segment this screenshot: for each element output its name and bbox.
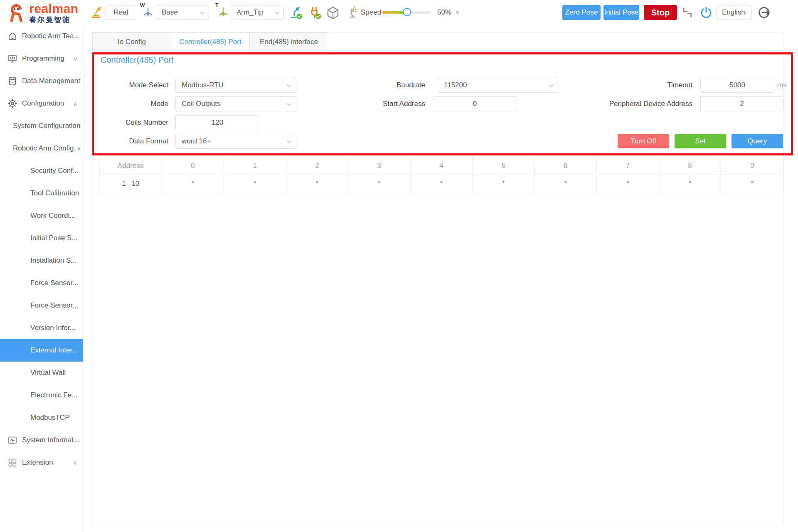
zero-pose-button[interactable]: Zero Pose (562, 5, 601, 20)
speed-icon (346, 5, 360, 20)
programming-icon (7, 54, 17, 64)
sidebar-item-virtual-wall[interactable]: Virtual Wall (0, 362, 83, 384)
stop-button[interactable]: Stop (644, 5, 677, 20)
plug-connected-status-icon[interactable] (308, 5, 322, 20)
timeout-input[interactable]: 5000 (700, 78, 774, 93)
sidebar-item-security-conf[interactable]: Security Conf... (0, 160, 83, 182)
joint-jog-icon[interactable] (682, 7, 696, 21)
tab-controller-485-port[interactable]: Controller(485) Port (171, 32, 250, 51)
sidebar-item-label: System Informat... (22, 436, 79, 444)
sidebar-item-configuration[interactable]: Configuration∧ (0, 92, 83, 115)
table-header-cell: 1 (224, 157, 286, 175)
speed-slider-handle[interactable] (403, 8, 411, 16)
mode-select-dropdown[interactable]: Modbus-RTU (175, 78, 296, 93)
robot-arm-icon (89, 5, 103, 20)
power-icon[interactable] (699, 6, 714, 20)
chevron-down-icon: ∨ (73, 460, 77, 466)
sidebar-item-work-coordi[interactable]: Work Coordi... (0, 204, 83, 227)
table-header-cell: 7 (597, 157, 659, 175)
table-value-cell: * (597, 175, 659, 193)
sidebar-item-label: ModbusTCP (30, 414, 69, 422)
speed-value: 50% (437, 0, 451, 25)
sidebar-item-electronic-fe[interactable]: Electronic Fe... (0, 384, 83, 406)
chevron-down-icon (286, 103, 291, 106)
tab-bar: Io ConfigController(485) PortEnd(485) in… (92, 32, 783, 51)
chevron-up-icon: ∧ (73, 101, 77, 107)
gear-icon (7, 99, 17, 108)
sidebar-item-system-informat[interactable]: System Informat... (0, 429, 83, 451)
sidebar-item-robotic-arm-config[interactable]: Robotic Arm Config.∧ (0, 137, 83, 160)
sidebar-item-installation-s[interactable]: Installation S... (0, 249, 83, 272)
table-header-cell: 6 (534, 157, 597, 175)
sidebar-item-label: Installation S... (30, 256, 77, 265)
peripheral-device-address-input[interactable]: 2 (700, 96, 783, 111)
sidebar-item-force-sensor[interactable]: Force Sensor... (0, 294, 83, 317)
sidebar-item-label: Force Sensor... (30, 279, 78, 287)
data-format-label: Data Format (101, 134, 168, 148)
sidebar-item-label: Robotic Arm Config. (13, 144, 76, 153)
database-icon (7, 76, 17, 86)
logout-icon[interactable] (757, 5, 771, 20)
app-header: realman 睿尔曼智能 Real W Base T Arm_Tip (0, 0, 798, 25)
brand-name: realman (29, 2, 79, 15)
sidebar-item-extension[interactable]: Extension∨ (0, 451, 83, 474)
coil-values-table: Address01234567891 - 10********** (99, 157, 783, 193)
sidebar-item-system-configuration[interactable]: System Configuration (0, 115, 83, 137)
speed-slider[interactable] (382, 11, 431, 14)
sidebar-item-modbustcp[interactable]: ModbusTCP (0, 406, 83, 429)
sidebar-item-label: System Configuration (13, 122, 81, 130)
query-button[interactable]: Query (732, 134, 783, 148)
chevron-down-icon[interactable]: ∨ (456, 0, 460, 25)
chevron-down-icon (743, 11, 748, 15)
sidebar-item-tool-calibration[interactable]: Tool Calibration (0, 182, 83, 204)
brand-name-cn: 睿尔曼智能 (29, 16, 79, 23)
sidebar-item-programming[interactable]: Programming∨ (0, 47, 83, 70)
wave-icon (7, 435, 17, 445)
language-select[interactable]: English (716, 5, 752, 20)
table-row: 1 - 10********** (100, 175, 783, 193)
chevron-down-icon (275, 11, 280, 15)
coils-number-input[interactable]: 120 (175, 115, 259, 130)
table-header-cell: 2 (286, 157, 348, 175)
tab-end-485-interface[interactable]: End(485) interface (249, 32, 328, 51)
work-frame-select[interactable]: Base (156, 5, 209, 20)
sidebar-item-robotic-arm-tea[interactable]: Robotic Arm Tea... (0, 25, 83, 47)
chevron-down-icon (549, 84, 554, 87)
arm-connected-status-icon[interactable] (289, 5, 303, 20)
sidebar-item-label: Extension (22, 458, 53, 467)
table-value-cell: * (410, 175, 473, 193)
sidebar-item-data-management[interactable]: Data Management (0, 70, 83, 92)
table-value-cell: * (348, 175, 411, 193)
cube-3d-view-icon[interactable] (325, 5, 340, 20)
sidebar-item-label: Version Infor... (30, 324, 76, 332)
sidebar-item-force-sensor[interactable]: Force Sensor... (0, 272, 83, 294)
baudrate-dropdown[interactable]: 115200 (438, 78, 559, 93)
sidebar-item-label: Security Conf... (30, 167, 79, 175)
tool-frame-select[interactable]: Arm_Tip (231, 5, 284, 20)
sidebar-item-initial-pose-s[interactable]: Initial Pose S... (0, 227, 83, 249)
main-panel: Io ConfigController(485) PortEnd(485) in… (92, 32, 784, 524)
start-address-label: Start Address (342, 96, 425, 111)
start-address-input[interactable]: 0 (433, 96, 517, 111)
table-header-cell: 9 (721, 157, 783, 175)
home-icon (7, 31, 17, 41)
chevron-up-icon: ∧ (77, 145, 81, 152)
coils-number-label: Coils Number (101, 115, 168, 130)
data-format-dropdown[interactable]: word 16+ (175, 134, 296, 149)
set-button[interactable]: Set (675, 134, 726, 148)
tab-io-config[interactable]: Io Config (92, 32, 171, 51)
sidebar-item-label: Tool Calibration (30, 189, 79, 197)
sidebar-item-version-infor[interactable]: Version Infor... (0, 317, 83, 339)
turn-off-button[interactable]: Turn Off (618, 134, 669, 148)
table-value-cell: * (659, 175, 721, 193)
sidebar-item-label: External Inter... (30, 346, 78, 355)
table-header-cell: 8 (659, 157, 721, 175)
mode-dropdown[interactable]: Coil Outputs (175, 96, 296, 111)
timeout-label: Timeout (609, 78, 692, 92)
real-mode-button[interactable]: Real (106, 5, 136, 20)
sidebar-item-label: Initial Pose S... (30, 234, 77, 242)
initial-pose-button[interactable]: Initial Pose (603, 5, 639, 20)
sidebar-item-external-inter[interactable]: External Inter... (0, 339, 83, 362)
sidebar-item-label: Work Coordi... (30, 212, 75, 220)
sidebar-item-label: Data Management (22, 77, 80, 85)
